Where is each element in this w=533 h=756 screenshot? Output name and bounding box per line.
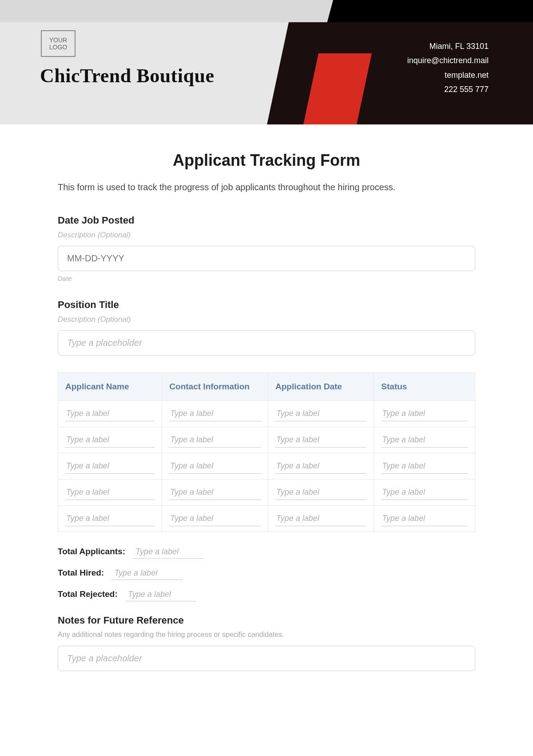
- total-applicants-input[interactable]: [133, 545, 204, 559]
- table-cell-input[interactable]: [381, 432, 468, 448]
- date-posted-hint: Date: [58, 275, 475, 282]
- applicant-table: Applicant Name Contact Information Appli…: [58, 372, 475, 532]
- position-title-label: Position Title: [58, 299, 475, 311]
- date-posted-field: Date Job Posted Description (Optional) D…: [58, 215, 475, 282]
- position-title-field: Position Title Description (Optional): [58, 299, 475, 356]
- table-cell-input[interactable]: [65, 511, 155, 526]
- page-title: Applicant Tracking Form: [58, 151, 475, 170]
- total-rejected-row: Total Rejected:: [58, 588, 475, 601]
- table-cell-input[interactable]: [169, 511, 261, 526]
- date-posted-input[interactable]: [58, 246, 475, 271]
- notes-description: Any additional notes regarding the hirin…: [58, 631, 475, 639]
- contact-email: inquire@chictrend.mail: [407, 53, 489, 68]
- position-title-description: Description (Optional): [58, 315, 475, 324]
- notes-label: Notes for Future Reference: [58, 615, 475, 626]
- total-rejected-input[interactable]: [125, 588, 196, 601]
- company-name: ChicTrend Boutique: [40, 64, 214, 87]
- form-body: Applicant Tracking Form This form is use…: [0, 124, 533, 689]
- total-rejected-label: Total Rejected:: [58, 589, 118, 599]
- table-cell-input[interactable]: [169, 485, 261, 500]
- contact-address: Miami, FL 33101: [407, 39, 489, 53]
- table-header-date: Application Date: [268, 373, 374, 401]
- table-header-contact: Contact Information: [162, 373, 268, 401]
- table-row: [58, 453, 475, 480]
- logo-placeholder: YOUR LOGO: [41, 30, 76, 57]
- total-hired-input[interactable]: [111, 567, 183, 580]
- table-cell-input[interactable]: [275, 432, 366, 448]
- date-posted-label: Date Job Posted: [58, 215, 475, 226]
- table-header-status: Status: [374, 373, 475, 401]
- table-cell-input[interactable]: [169, 432, 261, 448]
- table-cell-input[interactable]: [169, 459, 261, 474]
- date-posted-description: Description (Optional): [58, 231, 475, 240]
- total-hired-row: Total Hired:: [58, 567, 475, 580]
- total-applicants-label: Total Applicants:: [58, 547, 125, 556]
- header-banner: YOUR LOGO ChicTrend Boutique Miami, FL 3…: [0, 0, 533, 124]
- table-header-row: Applicant Name Contact Information Appli…: [58, 373, 475, 401]
- table-row: [58, 480, 475, 506]
- table-cell-input[interactable]: [275, 511, 366, 526]
- table-cell-input[interactable]: [169, 406, 261, 421]
- total-hired-label: Total Hired:: [58, 568, 104, 577]
- table-cell-input[interactable]: [65, 406, 155, 421]
- form-intro: This form is used to track the progress …: [58, 182, 475, 192]
- total-applicants-row: Total Applicants:: [58, 545, 475, 559]
- table-cell-input[interactable]: [275, 485, 366, 500]
- notes-field: Notes for Future Reference Any additiona…: [58, 615, 475, 671]
- table-row: [58, 506, 475, 532]
- table-cell-input[interactable]: [275, 459, 366, 474]
- table-row: [58, 401, 475, 427]
- table-row: [58, 427, 475, 453]
- table-cell-input[interactable]: [275, 406, 366, 421]
- table-cell-input[interactable]: [65, 432, 155, 448]
- table-cell-input[interactable]: [381, 459, 468, 474]
- position-title-input[interactable]: [58, 330, 475, 356]
- table-cell-input[interactable]: [65, 459, 155, 474]
- contact-website: template.net: [407, 68, 489, 82]
- table-cell-input[interactable]: [65, 485, 155, 500]
- table-cell-input[interactable]: [381, 511, 468, 526]
- contact-phone: 222 555 777: [407, 82, 489, 96]
- notes-input[interactable]: [58, 646, 475, 671]
- contact-info: Miami, FL 33101 inquire@chictrend.mail t…: [407, 39, 489, 97]
- table-header-name: Applicant Name: [58, 373, 162, 401]
- table-cell-input[interactable]: [381, 485, 468, 500]
- table-cell-input[interactable]: [381, 406, 468, 421]
